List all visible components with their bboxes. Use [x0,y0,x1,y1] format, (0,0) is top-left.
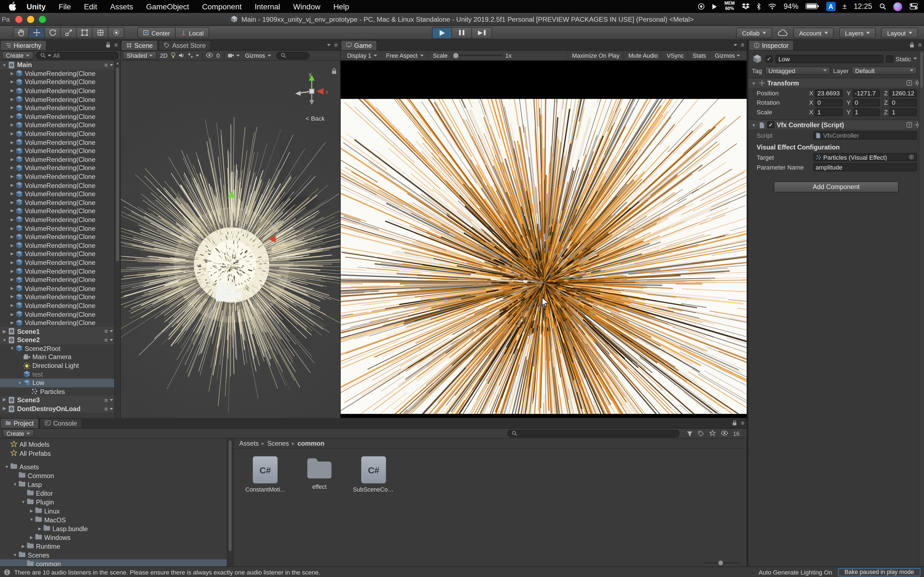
disclosure-arrow[interactable]: ▶ [9,131,15,136]
hierarchy-item[interactable]: ▶VolumeRendering(Clone [0,318,115,327]
scale-tool-button[interactable] [61,27,77,39]
tag-dropdown[interactable]: Untagged [765,66,830,74]
disclosure-arrow[interactable]: ▶ [1,398,8,402]
move-handle-x[interactable] [268,235,276,243]
gizmos-dropdown[interactable]: Gizmos [241,51,275,60]
menu-item-help[interactable]: Help [327,2,355,11]
parameter-field[interactable]: amplitude [813,163,917,171]
move-handle-y[interactable] [228,191,236,198]
chevron-down-icon[interactable] [196,55,199,56]
hierarchy-item[interactable]: ▶VolumeRendering(Clone [0,301,115,309]
active-checkbox[interactable]: ✓ [766,55,773,62]
vsync-button[interactable]: VSync [662,50,688,60]
disclosure-arrow[interactable]: ▼ [16,381,23,385]
aspect-dropdown[interactable]: Free Aspect [382,50,428,60]
hierarchy-item[interactable]: ▶VolumeRendering(Clone [0,129,115,138]
project-folder-item[interactable]: ▼Plugin [0,498,227,506]
hierarchy-scrollbar[interactable]: ▲ [115,61,120,418]
disclosure-arrow[interactable]: ▶ [9,71,15,76]
screen-record-icon[interactable] [698,3,705,10]
menu-item-component[interactable]: Component [195,2,248,11]
hierarchy-scene-row[interactable]: ▶Scene3≡ [0,396,115,404]
hierarchy-item[interactable]: ▶VolumeRendering(Clone [0,147,115,155]
target-object-field[interactable]: Particles (Visual Effect) [813,153,917,161]
disclosure-arrow[interactable]: ▶ [28,508,35,513]
hierarchy-scene-row[interactable]: ▼Main≡ [0,61,115,69]
disclosure-arrow[interactable]: ▶ [9,312,15,316]
play-status-icon[interactable] [712,3,717,10]
thumbnail-zoom-slider[interactable] [704,562,740,563]
disclosure-arrow[interactable]: ▶ [1,406,8,411]
scene-visibility-icon[interactable] [206,53,213,58]
tab-asset-store[interactable]: Asset Store [159,40,211,50]
disclosure-arrow[interactable]: ▶ [9,286,15,291]
lighting-toggle-icon[interactable] [171,52,176,59]
chevron-down-icon[interactable] [734,44,737,46]
tab-console[interactable]: Console [40,418,82,428]
hierarchy-item[interactable]: test [0,370,115,379]
project-search[interactable] [507,429,680,437]
disclosure-arrow[interactable]: ▼ [12,553,18,557]
maximize-on-play-button[interactable]: Maximize On Play [567,50,624,60]
disclosure-arrow[interactable]: ▼ [12,482,18,486]
dropbox-icon[interactable] [741,3,750,10]
hierarchy-item[interactable]: ▶VolumeRendering(Clone [0,241,115,250]
save-search-icon[interactable] [709,430,716,437]
minimize-button[interactable] [27,16,35,23]
disclosure-arrow[interactable]: ▶ [9,114,15,119]
number-field[interactable]: 1 [853,108,880,116]
scale-slider[interactable] [452,55,502,56]
hierarchy-item[interactable]: ▶VolumeRendering(Clone [0,258,115,267]
project-folder-item[interactable]: Common [0,471,227,480]
disclosure-arrow[interactable]: ▶ [9,218,15,222]
disclosure-arrow[interactable]: ▶ [9,123,15,127]
collab-dropdown[interactable]: Collab [736,27,772,38]
menu-item-gameobject[interactable]: GameObject [140,2,196,11]
number-field[interactable]: 0 [890,98,917,106]
hierarchy-item[interactable]: ▶VolumeRendering(Clone [0,293,115,301]
number-field[interactable]: 0 [815,98,843,106]
tab-game[interactable]: Game [341,40,377,50]
disclosure-arrow[interactable]: ▶ [9,303,15,308]
number-field[interactable]: -1271.7 [853,89,880,97]
transform-tool-button[interactable] [92,27,108,39]
memory-indicator[interactable]: MEM60% [724,2,735,11]
tab-hierarchy[interactable]: Hierarchy [0,40,47,50]
layout-dropdown[interactable]: Layout [881,27,918,38]
hierarchy-item[interactable]: ▶VolumeRendering(Clone [0,198,115,206]
inspector-scrollbar[interactable] [919,50,924,566]
hierarchy-item[interactable]: ▶VolumeRendering(Clone [0,267,115,275]
disclosure-arrow[interactable]: ▼ [1,63,8,67]
hand-tool-button[interactable] [13,27,29,39]
breadcrumb-item[interactable]: Scenes [267,440,289,447]
hierarchy-item[interactable]: ▶VolumeRendering(Clone [0,78,115,86]
move-tool-button[interactable] [29,27,45,39]
disclosure-arrow[interactable]: ▶ [9,105,15,110]
hierarchy-item[interactable]: ▶VolumeRendering(Clone [0,232,115,241]
cloud-services-icon[interactable] [777,29,788,36]
disclosure-arrow[interactable]: ▶ [9,149,15,153]
siri-icon[interactable] [893,2,902,11]
menu-item-file[interactable]: File [52,2,78,11]
play-button[interactable] [432,27,452,39]
project-folder-item[interactable]: ▼Assets [0,462,227,471]
pivot-center-button[interactable]: Center [137,27,175,39]
hierarchy-scene-row[interactable]: ▶Scene1≡ [0,327,115,335]
hierarchy-item[interactable]: ▼Scene2Root [0,344,115,353]
hierarchy-item[interactable]: ▶VolumeRendering(Clone [0,250,115,258]
tab-scene[interactable]: Scene [121,40,158,50]
menu-item-internal[interactable]: Internal [248,2,286,11]
number-field[interactable]: 0 [853,98,880,106]
disclosure-arrow[interactable]: ▶ [9,80,15,84]
disclosure-arrow[interactable]: ▶ [9,183,15,188]
rect-tool-button[interactable] [77,27,93,39]
status-message[interactable]: There are 10 audio listeners in the scen… [14,569,320,575]
scene-menu-icon[interactable]: ≡ [105,337,108,343]
hierarchy-item[interactable]: ▶VolumeRendering(Clone [0,310,115,318]
disclosure-arrow[interactable]: ▶ [1,329,8,334]
custom-tool-button[interactable] [108,27,124,39]
window-titlebar[interactable]: Pa Main - 1909xx_unity_vj_env_prototype … [0,13,924,26]
wifi-icon[interactable] [768,3,777,10]
disclosure-arrow[interactable]: ▶ [20,544,27,548]
layers-dropdown[interactable]: Layers [839,27,876,38]
